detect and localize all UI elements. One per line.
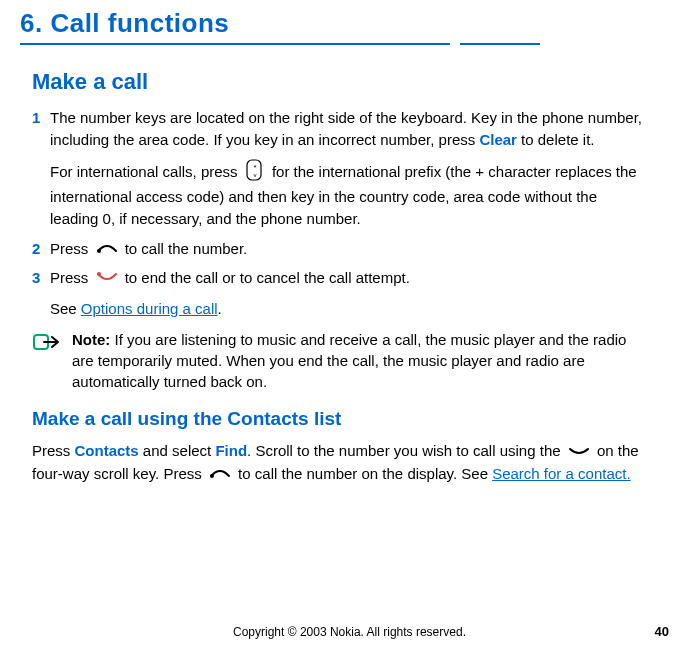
step-body: Press to end the call or to cancel the c… (50, 267, 649, 290)
link-search-contact[interactable]: Search for a contact. (492, 465, 630, 482)
call-key-icon (209, 464, 231, 486)
keyword-contacts: Contacts (75, 442, 139, 459)
asterisk-key-icon: * v (245, 159, 265, 187)
step-2: 2 Press to call the number. (32, 238, 649, 261)
step-number: 1 (32, 107, 50, 151)
section-heading-make-a-call: Make a call (32, 69, 649, 95)
paragraph-international: For international calls, press * v for t… (50, 159, 649, 230)
note-text: If you are listening to music and receiv… (72, 331, 626, 390)
text: Press (32, 442, 75, 459)
call-key-icon (96, 239, 118, 261)
paragraph-contacts: Press Contacts and select Find. Scroll t… (32, 440, 649, 486)
text: to end the call or to cancel the call at… (125, 269, 410, 286)
chapter-title: 6. Call functions (20, 8, 649, 39)
step-1: 1 The number keys are located on the rig… (32, 107, 649, 151)
text: For international calls, press (50, 162, 242, 179)
text: to call the number. (125, 240, 248, 257)
divider (20, 43, 649, 45)
text: to call the number on the display. See (238, 465, 492, 482)
keyword-find: Find (215, 442, 247, 459)
text: . Scroll to the number you wish to call … (247, 442, 565, 459)
svg-text:v: v (253, 172, 256, 178)
see-line: See Options during a call. (50, 298, 649, 320)
keyword-clear: Clear (479, 131, 517, 148)
svg-text:*: * (253, 163, 256, 172)
footer-copyright: Copyright © 2003 Nokia. All rights reser… (0, 625, 699, 639)
scroll-down-icon (568, 441, 590, 463)
svg-point-4 (97, 272, 101, 276)
svg-point-3 (97, 249, 101, 253)
note-label: Note: (72, 331, 110, 348)
step-number: 2 (32, 238, 50, 261)
step-3: 3 Press to end the call or to cancel the… (32, 267, 649, 290)
section-heading-contacts: Make a call using the Contacts list (32, 408, 649, 430)
note-icon (32, 329, 72, 392)
end-call-key-icon (96, 268, 118, 290)
note-block: Note: If you are listening to music and … (32, 329, 649, 392)
text: Press (50, 269, 93, 286)
link-options-during-call[interactable]: Options during a call (81, 300, 218, 317)
step-number: 3 (32, 267, 50, 290)
step-body: The number keys are located on the right… (50, 107, 649, 151)
text: to delete it. (517, 131, 595, 148)
text: . (218, 300, 222, 317)
svg-point-6 (210, 474, 214, 478)
text: Press (50, 240, 93, 257)
page-number: 40 (655, 624, 669, 639)
step-body: Press to call the number. (50, 238, 649, 261)
note-body: Note: If you are listening to music and … (72, 329, 649, 392)
text: See (50, 300, 81, 317)
text: and select (139, 442, 216, 459)
